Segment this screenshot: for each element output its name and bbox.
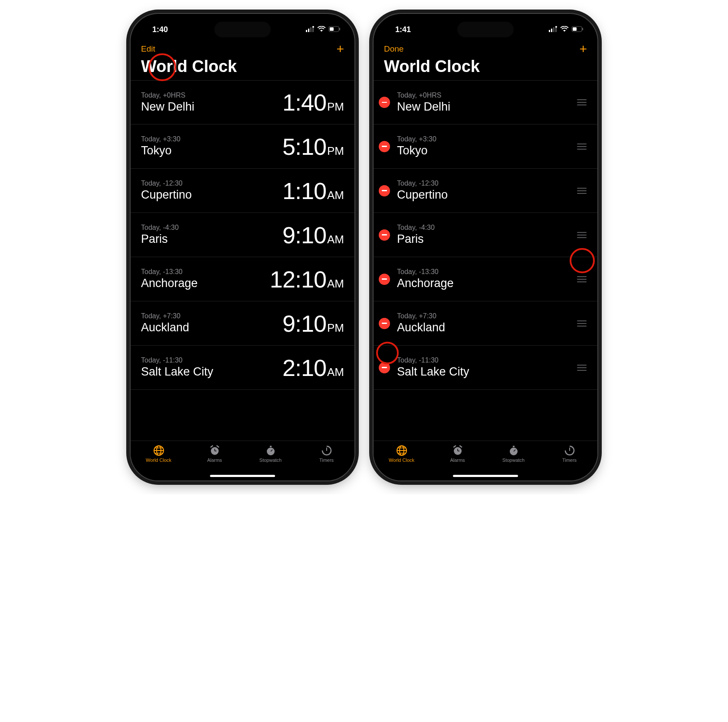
svg-point-4 <box>312 26 314 28</box>
clock-row-edit[interactable]: Today, +3:30 Tokyo <box>374 124 597 169</box>
drag-handle-icon[interactable] <box>577 232 587 238</box>
clock-city: New Delhi <box>397 100 571 114</box>
svg-rect-25 <box>553 27 554 32</box>
tab-world-clock[interactable]: World Clock <box>374 444 430 463</box>
clock-city: New Delhi <box>141 100 282 114</box>
delete-button[interactable] <box>379 185 390 196</box>
drag-handle-icon[interactable] <box>577 99 587 105</box>
svg-rect-0 <box>306 30 307 32</box>
svg-line-39 <box>454 446 456 447</box>
clock-row[interactable]: Today, -4:30 Paris 9:10AM <box>131 213 354 257</box>
svg-line-40 <box>460 446 462 447</box>
home-indicator[interactable] <box>210 475 275 477</box>
timer-icon <box>564 444 576 457</box>
clock-row-edit[interactable]: Today, -12:30 Cupertino <box>374 169 597 213</box>
clock-offset: Today, -11:30 <box>397 356 571 364</box>
clock-city: Salt Lake City <box>141 365 282 379</box>
clock-offset: Today, -13:30 <box>397 268 571 276</box>
clock-row[interactable]: Today, -11:30 Salt Lake City 2:10AM <box>131 346 354 390</box>
svg-rect-7 <box>339 28 340 30</box>
globe-icon <box>396 444 408 457</box>
clock-row[interactable]: Today, +7:30 Auckland 9:10PM <box>131 301 354 346</box>
clock-row[interactable]: Today, +3:30 Tokyo 5:10PM <box>131 124 354 169</box>
clock-city: Salt Lake City <box>397 365 571 379</box>
clock-time: 9:10AM <box>282 222 344 248</box>
tab-stopwatch[interactable]: Stopwatch <box>485 444 541 463</box>
clock-row-edit[interactable]: Today, -4:30 Paris <box>374 213 597 257</box>
clock-row-edit[interactable]: Today, +7:30 Auckland <box>374 301 597 346</box>
clock-offset: Today, -4:30 <box>141 224 282 232</box>
clock-time: 1:10AM <box>282 177 344 204</box>
alarm-icon <box>452 444 464 457</box>
clock-city: Anchorage <box>141 277 270 290</box>
timer-icon <box>321 444 333 457</box>
tab-label: Timers <box>562 457 577 463</box>
tab-label: Stopwatch <box>502 457 525 463</box>
tab-label: Timers <box>319 457 334 463</box>
clock-row[interactable]: Today, -12:30 Cupertino 1:10AM <box>131 169 354 213</box>
edit-button[interactable]: Edit <box>141 44 155 54</box>
stopwatch-icon <box>508 444 520 457</box>
notch <box>214 22 271 37</box>
delete-button[interactable] <box>379 274 390 285</box>
phone-edit-mode: 1:41 Done + World Clock Today, +0HRS New… <box>373 13 598 481</box>
clock-city: Tokyo <box>141 144 282 157</box>
page-title: World Clock <box>374 56 597 80</box>
clock-row[interactable]: Today, -13:30 Anchorage 12:10AM <box>131 257 354 301</box>
tab-label: World Clock <box>146 457 171 463</box>
delete-button[interactable] <box>379 141 390 152</box>
clock-city: Cupertino <box>141 188 282 202</box>
clock-offset: Today, +3:30 <box>141 135 282 143</box>
home-indicator[interactable] <box>453 475 518 477</box>
delete-button[interactable] <box>379 362 390 373</box>
tab-label: Alarms <box>207 457 222 463</box>
svg-line-17 <box>217 446 219 447</box>
wifi-icon <box>317 25 326 34</box>
drag-handle-icon[interactable] <box>577 188 587 194</box>
clock-row-edit[interactable]: Today, -13:30 Anchorage <box>374 257 597 301</box>
battery-icon <box>571 25 584 34</box>
svg-rect-6 <box>330 27 334 31</box>
clock-row-edit[interactable]: Today, -11:30 Salt Lake City <box>374 346 597 390</box>
cellular-icon <box>306 25 315 34</box>
clock-city: Auckland <box>397 321 571 334</box>
tab-timers[interactable]: Timers <box>298 444 354 463</box>
tab-label: Stopwatch <box>259 457 282 463</box>
delete-button[interactable] <box>379 318 390 329</box>
clock-offset: Today, -4:30 <box>397 224 571 232</box>
delete-button[interactable] <box>379 97 390 108</box>
globe-icon <box>153 444 165 457</box>
cellular-icon <box>549 25 557 34</box>
clock-row[interactable]: Today, +0HRS New Delhi 1:40PM <box>131 80 354 124</box>
phone-view-mode: 1:40 Edit + World Clock Today, +0HRS New… <box>130 13 355 481</box>
clock-list: Today, +0HRS New Delhi 1:40PM Today, +3:… <box>131 80 354 441</box>
drag-handle-icon[interactable] <box>577 276 587 282</box>
clock-row-edit[interactable]: Today, +0HRS New Delhi <box>374 80 597 124</box>
clock-city: Auckland <box>141 321 282 334</box>
clock-offset: Today, -12:30 <box>141 180 282 187</box>
done-button[interactable]: Done <box>384 44 403 54</box>
clock-offset: Today, -13:30 <box>141 268 270 276</box>
add-button[interactable]: + <box>336 45 344 53</box>
alarm-icon <box>209 444 221 457</box>
svg-rect-2 <box>310 27 312 32</box>
clock-offset: Today, -12:30 <box>397 180 571 187</box>
tab-alarms[interactable]: Alarms <box>430 444 485 463</box>
tab-alarms[interactable]: Alarms <box>187 444 243 463</box>
clock-offset: Today, +7:30 <box>141 312 282 320</box>
clock-city: Anchorage <box>397 277 571 290</box>
tab-timers[interactable]: Timers <box>541 444 597 463</box>
drag-handle-icon[interactable] <box>577 144 587 150</box>
clock-time: 1:40PM <box>282 89 344 116</box>
clock-city: Paris <box>397 232 571 246</box>
svg-rect-30 <box>582 28 583 30</box>
clock-time: 12:10AM <box>270 266 344 293</box>
tab-world-clock[interactable]: World Clock <box>131 444 187 463</box>
drag-handle-icon[interactable] <box>577 365 587 371</box>
add-button[interactable]: + <box>579 45 587 53</box>
tab-stopwatch[interactable]: Stopwatch <box>243 444 298 463</box>
clock-offset: Today, +0HRS <box>397 91 571 99</box>
clock-time: 2:10AM <box>282 354 344 381</box>
delete-button[interactable] <box>379 229 390 241</box>
drag-handle-icon[interactable] <box>577 320 587 327</box>
